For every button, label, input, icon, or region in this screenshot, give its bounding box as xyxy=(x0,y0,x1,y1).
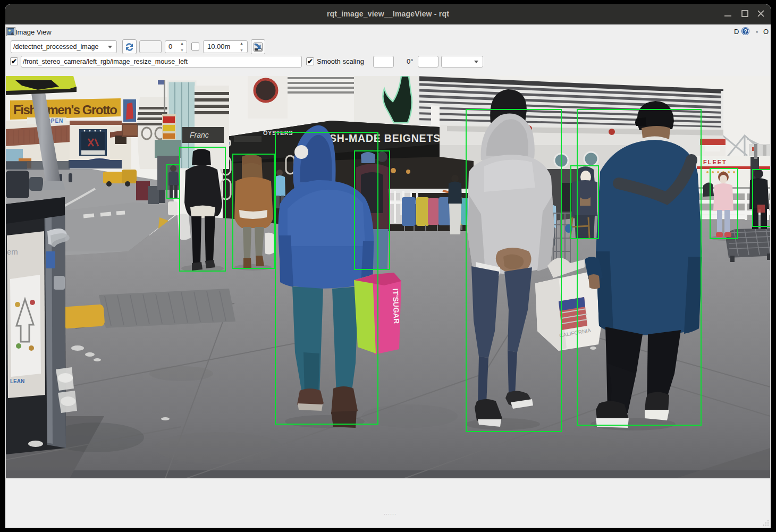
svg-text:LEAN: LEAN xyxy=(10,378,24,384)
svg-text:?: ? xyxy=(744,28,747,35)
svg-text:Fishermen's Grotto: Fishermen's Grotto xyxy=(13,103,117,117)
svg-text:IT'SUGAR: IT'SUGAR xyxy=(391,289,401,324)
svg-text:SH-MADE BEIGNETS: SH-MADE BEIGNETS xyxy=(330,132,441,144)
svg-text:em: em xyxy=(7,247,18,256)
svg-text:FLEET: FLEET xyxy=(703,159,727,165)
svg-text:Franc: Franc xyxy=(190,131,209,139)
